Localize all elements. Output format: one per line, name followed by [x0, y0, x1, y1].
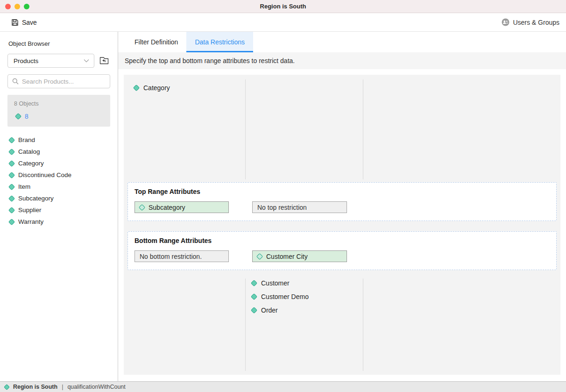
attribute-diamond-icon [8, 218, 15, 225]
canvas-item-label: Customer Demo [261, 293, 309, 300]
main-panel: Filter Definition Data Restrictions Spec… [118, 32, 566, 381]
sidebar-item-discontinued-code[interactable]: Discontinued Code [9, 169, 110, 181]
sidebar-item-label: Item [18, 183, 30, 190]
attribute-diamond-icon [4, 384, 10, 390]
top-range-attribute-chip[interactable]: Subcategory [134, 201, 229, 213]
app-window: Region is South Save [0, 0, 566, 392]
top-range-slots: Subcategory No top restriction [134, 201, 550, 213]
objects-count-label: 8 Objects [14, 100, 105, 107]
attribute-diamond-icon [133, 85, 140, 91]
window-title: Region is South [0, 3, 566, 10]
sidebar-item-item[interactable]: Item [9, 181, 110, 192]
canvas-item-label: Customer [261, 279, 290, 287]
toolbar: Save Users & Groups [0, 13, 566, 32]
canvas-item-label: Category [143, 84, 170, 92]
window-body: Object Browser Products [0, 32, 566, 382]
attribute-diamond-icon [8, 183, 15, 190]
status-filter-name: Region is South [13, 384, 57, 390]
save-button[interactable]: Save [11, 19, 37, 26]
sidebar-item-label: Category [18, 160, 44, 167]
source-dropdown[interactable]: Products [7, 54, 94, 68]
attribute-diamond-icon [256, 253, 263, 259]
sidebar-item-catalog[interactable]: Catalog [9, 146, 110, 157]
folder-up-icon [99, 57, 109, 65]
chevron-down-icon [84, 59, 89, 63]
status-separator: | [62, 384, 63, 390]
object-browser-panel: Object Browser Products [0, 32, 118, 381]
attribute-list: Brand Catalog Category Discontinued Code… [7, 132, 110, 228]
empty-slot-label: No bottom restriction. [140, 253, 202, 260]
bottom-range-section: Bottom Range Attributes No bottom restri… [127, 231, 557, 270]
top-hierarchy-zone: Category [124, 75, 560, 182]
attribute-diamond-icon [8, 160, 15, 166]
attribute-diamond-icon [8, 148, 15, 155]
attribute-diamond-icon [139, 204, 145, 210]
column-divider [245, 79, 246, 179]
chip-label: Customer City [266, 253, 308, 260]
search-field [7, 74, 110, 88]
users-groups-label: Users & Groups [513, 19, 559, 26]
canvas-item-customer-demo[interactable]: Customer Demo [252, 293, 309, 300]
sidebar-item-label: Supplier [18, 207, 42, 214]
sidebar-item-label: Warranty [18, 218, 43, 225]
sidebar-item-supplier[interactable]: Supplier [9, 204, 110, 216]
search-input[interactable] [22, 78, 106, 85]
save-label: Save [22, 19, 37, 26]
attribute-diamond-icon [8, 207, 15, 213]
sidebar-item-label: Subcategory [18, 195, 54, 202]
title-bar: Region is South [0, 0, 566, 13]
attribute-diamond-icon [251, 307, 257, 314]
attribute-diamond-icon [8, 136, 15, 143]
objects-count-link[interactable]: 8 [25, 113, 28, 120]
bottom-range-title: Bottom Range Attributes [134, 237, 550, 244]
bottom-range-attribute-chip[interactable]: Customer City [252, 250, 347, 262]
attribute-diamond-icon [8, 195, 15, 201]
tab-data-restrictions[interactable]: Data Restrictions [186, 32, 253, 52]
canvas-item-customer[interactable]: Customer [252, 279, 309, 287]
bottom-hierarchy-zone: Customer Customer Demo Order [124, 270, 560, 375]
sidebar-item-subcategory[interactable]: Subcategory [9, 192, 110, 204]
save-icon [11, 19, 19, 26]
top-range-title: Top Range Attributes [134, 188, 550, 195]
chip-label: Subcategory [149, 204, 185, 211]
tab-bar: Filter Definition Data Restrictions [118, 32, 566, 52]
users-groups-button[interactable]: Users & Groups [502, 18, 559, 26]
users-groups-icon [502, 18, 509, 26]
canvas-item-category[interactable]: Category [134, 84, 170, 92]
bottom-items-column: Customer Customer Demo Order [252, 279, 309, 314]
move-to-folder-button[interactable] [98, 55, 110, 66]
bottom-range-slots: No bottom restriction. Customer City [134, 250, 550, 262]
section-gap [124, 221, 560, 231]
empty-slot-label: No top restriction [257, 204, 307, 211]
sidebar-item-warranty[interactable]: Warranty [9, 216, 110, 228]
objects-summary-box: 8 Objects 8 [7, 95, 110, 127]
object-browser-title: Object Browser [8, 40, 110, 47]
canvas-item-label: Order [261, 306, 278, 314]
canvas-wrap: Category Top Range Attributes Subcategor… [118, 69, 566, 381]
attribute-diamond-icon [8, 171, 15, 178]
instruction-text: Specify the top and bottom range attribu… [125, 57, 295, 64]
restrictions-canvas: Category Top Range Attributes Subcategor… [124, 75, 560, 375]
column-divider [363, 278, 363, 371]
source-dropdown-value: Products [14, 57, 38, 64]
sidebar-item-label: Catalog [18, 148, 40, 155]
source-selector-row: Products [7, 54, 110, 68]
sidebar-item-label: Discontinued Code [18, 171, 71, 178]
tab-filter-definition[interactable]: Filter Definition [126, 32, 186, 52]
bottom-range-empty-slot[interactable]: No bottom restriction. [134, 250, 229, 262]
status-bar: Region is South | qualificationWithCount [0, 382, 566, 392]
top-range-empty-slot[interactable]: No top restriction [252, 201, 347, 213]
top-range-section: Top Range Attributes Subcategory No top … [127, 182, 557, 221]
sidebar-item-category[interactable]: Category [9, 157, 110, 169]
attribute-diamond-icon [15, 113, 21, 120]
column-divider [363, 79, 363, 179]
attribute-diamond-icon [251, 280, 257, 286]
sidebar-item-brand[interactable]: Brand [9, 134, 110, 146]
column-divider [245, 278, 246, 371]
search-icon [12, 78, 19, 85]
instruction-bar: Specify the top and bottom range attribu… [118, 52, 566, 69]
sidebar-item-label: Brand [18, 136, 35, 143]
canvas-item-order[interactable]: Order [252, 306, 309, 314]
attribute-diamond-icon [251, 293, 257, 300]
status-detail: qualificationWithCount [67, 384, 125, 390]
